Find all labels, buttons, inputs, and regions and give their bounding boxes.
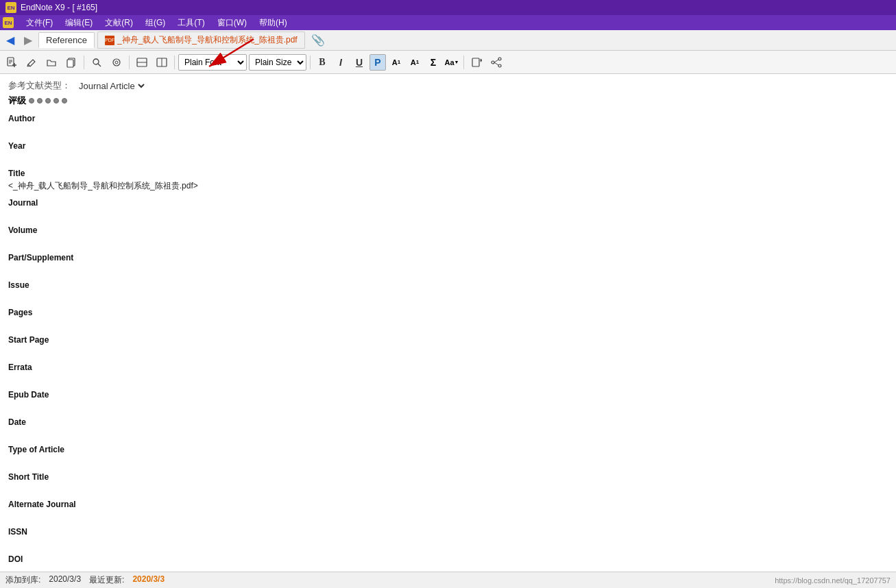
field-date-label: Date	[8, 417, 888, 427]
ref-type-label: 参考文献类型：	[8, 79, 71, 92]
field-journal-value[interactable]	[8, 209, 888, 220]
layout1-button[interactable]	[133, 53, 151, 71]
rating-dot-5[interactable]	[62, 98, 67, 103]
attachment-icon[interactable]: 📎	[311, 33, 326, 48]
content-area: 参考文献类型： Journal Article 评级 Author Year T…	[0, 74, 896, 572]
app-icon: EN	[5, 2, 16, 13]
svg-rect-18	[472, 58, 479, 66]
field-issn: ISSN	[8, 523, 888, 550]
title-text: EndNote X9 - [ #165]	[21, 3, 97, 12]
field-errata-value[interactable]	[8, 373, 888, 384]
pdf-icon: PDF	[105, 36, 114, 45]
bold-button[interactable]: B	[314, 54, 330, 71]
field-volume: Volume	[8, 221, 888, 249]
field-date-value[interactable]	[8, 428, 888, 439]
field-startpage-value[interactable]	[8, 346, 888, 357]
field-epub-date-label: Epub Date	[8, 390, 888, 400]
rating-dots[interactable]	[29, 98, 67, 103]
field-startpage-label: Start Page	[8, 335, 888, 345]
field-date: Date	[8, 413, 888, 441]
field-issn-value[interactable]	[8, 538, 888, 549]
pdf-tab[interactable]: PDF _神舟_载人飞船制导_导航和控制系统_陈祖贵.pdf	[97, 32, 305, 49]
field-pages: Pages	[8, 304, 888, 331]
field-short-title-value[interactable]	[8, 483, 888, 494]
tab-bar: ◀ ▶ Reference PDF _神舟_载人飞船制导_导航和控制系统_陈祖贵…	[0, 30, 896, 51]
back-button[interactable]: ◀	[3, 33, 18, 48]
menu-help[interactable]: 帮助(H)	[254, 16, 293, 30]
svg-point-21	[498, 64, 501, 67]
field-part-value[interactable]	[8, 264, 888, 275]
field-issue-label: Issue	[8, 280, 888, 290]
field-short-title-label: Short Title	[8, 472, 888, 482]
subscript-button[interactable]: A1	[407, 54, 423, 71]
svg-line-24	[494, 62, 498, 65]
field-title-value[interactable]: <_神舟_载人飞船制导_导航和控制系统_陈祖贵.pdf>	[8, 180, 888, 193]
reference-tab[interactable]: Reference	[38, 32, 95, 48]
italic-button[interactable]: I	[332, 54, 349, 71]
rating-dot-1[interactable]	[29, 98, 34, 103]
edit-button[interactable]	[23, 53, 40, 71]
size-selector[interactable]: Plain Size	[249, 54, 306, 71]
app-icon-menu: EN	[3, 17, 14, 28]
field-journal: Journal	[8, 194, 888, 221]
field-author-label: Author	[8, 114, 888, 123]
menu-refs[interactable]: 文献(R)	[99, 16, 138, 30]
field-title: Title <_神舟_载人飞船制导_导航和控制系统_陈祖贵.pdf>	[8, 164, 888, 194]
svg-point-13	[115, 61, 118, 64]
field-pages-value[interactable]	[8, 319, 888, 330]
forward-button[interactable]: ▶	[21, 33, 36, 48]
status-bar: 添加到库: 2020/3/3 最近更新: 2020/3/3 https://bl…	[0, 572, 896, 588]
field-short-title: Short Title	[8, 468, 888, 495]
ref-type-selector[interactable]: Journal Article	[76, 80, 147, 92]
rating-row: 评级	[8, 95, 888, 107]
sigma-button[interactable]: Σ	[425, 54, 441, 71]
menu-file[interactable]: 文件(F)	[21, 16, 58, 30]
font-selector[interactable]: Plain Font	[178, 54, 247, 71]
field-issue-value[interactable]	[8, 291, 888, 302]
field-year: Year	[8, 137, 888, 164]
separator-5	[463, 56, 464, 69]
field-part-label: Part/Supplement	[8, 253, 888, 262]
rating-dot-2[interactable]	[37, 98, 43, 103]
menu-tools[interactable]: 工具(T)	[172, 16, 210, 30]
open-button[interactable]	[43, 53, 60, 71]
underline-button[interactable]: U	[351, 54, 367, 71]
new-ref-button[interactable]	[3, 53, 21, 71]
field-author: Author	[8, 110, 888, 137]
field-part: Part/Supplement	[8, 249, 888, 276]
plain-button[interactable]: P	[370, 54, 386, 71]
field-journal-label: Journal	[8, 198, 888, 208]
search-button[interactable]	[88, 53, 106, 71]
field-title-label: Title	[8, 169, 888, 178]
separator-2	[129, 56, 130, 69]
field-volume-value[interactable]	[8, 236, 888, 247]
superscript-button[interactable]: A1	[388, 54, 404, 71]
export-button[interactable]	[468, 53, 485, 71]
menu-group[interactable]: 组(G)	[140, 16, 171, 30]
field-alt-journal-value[interactable]	[8, 511, 888, 522]
field-type-article: Type of Article	[8, 441, 888, 468]
field-author-value[interactable]	[8, 125, 888, 136]
menu-bar: EN 文件(F) 编辑(E) 文献(R) 组(G) 工具(T) 窗口(W) 帮助…	[0, 15, 896, 30]
field-doi-value[interactable]	[8, 565, 888, 572]
field-epub-date: Epub Date	[8, 386, 888, 413]
field-alt-journal-label: Alternate Journal	[8, 500, 888, 509]
menu-edit[interactable]: 编辑(E)	[60, 16, 98, 30]
share-button[interactable]	[487, 53, 505, 71]
menu-window[interactable]: 窗口(W)	[212, 16, 252, 30]
status-modified-label: 最近更新:	[89, 574, 124, 586]
copy-button[interactable]	[62, 53, 80, 71]
svg-point-12	[113, 59, 120, 66]
rating-dot-4[interactable]	[53, 98, 59, 103]
status-added-date: 2020/3/3	[49, 574, 81, 586]
field-volume-label: Volume	[8, 225, 888, 235]
font-size-button[interactable]: Aa▼	[444, 54, 460, 71]
status-left: 添加到库: 2020/3/3 最近更新: 2020/3/3	[5, 574, 165, 586]
rating-dot-3[interactable]	[45, 98, 51, 103]
field-year-label: Year	[8, 141, 888, 151]
layout2-button[interactable]	[153, 53, 171, 71]
field-year-value[interactable]	[8, 152, 888, 163]
field-epub-date-value[interactable]	[8, 401, 888, 412]
field-type-article-value[interactable]	[8, 456, 888, 467]
preview-button[interactable]	[108, 53, 125, 71]
